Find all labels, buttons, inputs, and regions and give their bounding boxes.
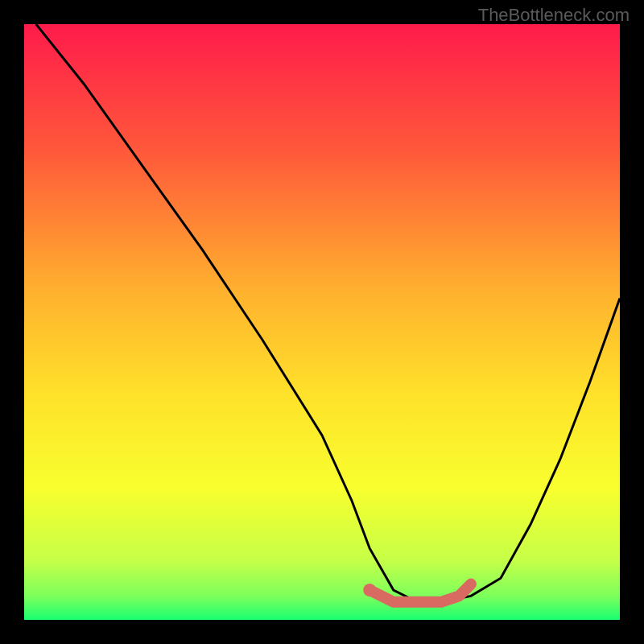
chart-container <box>24 24 620 620</box>
bottleneck-chart <box>24 24 620 620</box>
highlight-start-dot <box>363 584 376 597</box>
gradient-background <box>24 24 620 620</box>
attribution-text: TheBottleneck.com <box>478 5 630 26</box>
